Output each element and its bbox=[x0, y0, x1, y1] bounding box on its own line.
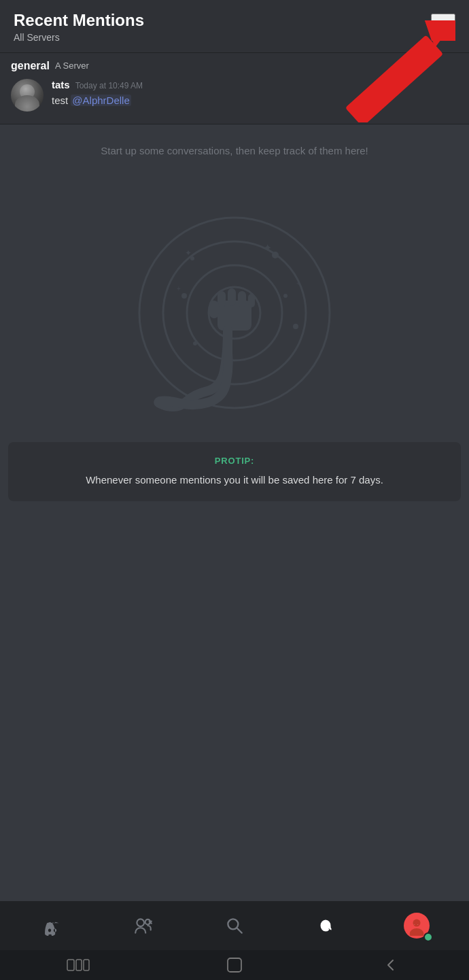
protip-text: Whenever someone mentions you it will be… bbox=[24, 473, 445, 488]
svg-text:+: + bbox=[296, 280, 300, 287]
header: Recent Mentions All Servers bbox=[0, 0, 469, 53]
svg-point-10 bbox=[272, 252, 279, 258]
message-author: tats bbox=[52, 79, 70, 90]
svg-rect-30 bbox=[67, 960, 74, 970]
svg-rect-6 bbox=[228, 288, 236, 306]
channel-section: general A Server tats Today at 10:49 AM … bbox=[0, 53, 469, 124]
nav-icons-row bbox=[0, 901, 469, 950]
svg-point-28 bbox=[413, 919, 420, 927]
filter-button[interactable] bbox=[431, 14, 455, 38]
empty-body-area bbox=[0, 501, 469, 705]
nav-item-home[interactable] bbox=[33, 907, 71, 945]
system-back-button[interactable] bbox=[370, 953, 411, 977]
svg-rect-7 bbox=[238, 291, 246, 307]
svg-rect-32 bbox=[84, 960, 89, 970]
message-content: tats Today at 10:49 AM test @AlphrDelle bbox=[52, 79, 143, 107]
nav-item-mentions[interactable] bbox=[307, 907, 345, 945]
message-text: test @AlphrDelle bbox=[52, 93, 143, 107]
header-title-block: Recent Mentions All Servers bbox=[14, 11, 144, 43]
svg-point-14 bbox=[293, 324, 298, 329]
svg-rect-33 bbox=[228, 958, 241, 972]
svg-point-20 bbox=[137, 919, 144, 926]
message-row: tats Today at 10:49 AM test @AlphrDelle bbox=[11, 79, 458, 120]
protip-box: PROTIP: Whenever someone mentions you it… bbox=[8, 442, 461, 502]
svg-rect-9 bbox=[209, 301, 219, 318]
message-mention[interactable]: @AlphrDelle bbox=[71, 95, 131, 106]
svg-point-12 bbox=[283, 294, 288, 298]
svg-point-15 bbox=[193, 341, 197, 345]
empty-state: Start up some conversations, then keep t… bbox=[0, 124, 469, 184]
avatar bbox=[11, 79, 44, 112]
bottom-nav bbox=[0, 901, 469, 980]
illustration-area: ✦ ✦ + + bbox=[0, 184, 469, 442]
nav-item-profile[interactable] bbox=[398, 907, 436, 945]
nav-item-search[interactable] bbox=[215, 907, 254, 945]
svg-text:+: + bbox=[177, 285, 181, 292]
server-name: A Server bbox=[55, 61, 89, 71]
svg-rect-8 bbox=[248, 294, 255, 307]
mentions-illustration: ✦ ✦ + + bbox=[119, 190, 350, 422]
message-meta: tats Today at 10:49 AM bbox=[52, 79, 143, 90]
svg-point-13 bbox=[181, 293, 187, 299]
svg-text:✦: ✦ bbox=[263, 242, 272, 254]
message-time: Today at 10:49 AM bbox=[75, 81, 143, 90]
channel-header: general A Server bbox=[11, 60, 458, 72]
header-subtitle: All Servers bbox=[14, 32, 144, 43]
page-title: Recent Mentions bbox=[14, 11, 144, 31]
system-home-button[interactable] bbox=[214, 953, 255, 977]
nav-item-friends[interactable] bbox=[124, 907, 162, 945]
svg-text:✦: ✦ bbox=[185, 248, 192, 258]
online-status-dot bbox=[423, 932, 433, 942]
protip-label: PROTIP: bbox=[24, 456, 445, 466]
svg-line-25 bbox=[237, 928, 242, 933]
system-nav-row bbox=[0, 950, 469, 980]
svg-rect-31 bbox=[76, 960, 82, 970]
message-text-before: test bbox=[52, 95, 71, 106]
empty-state-text: Start up some conversations, then keep t… bbox=[14, 145, 455, 156]
channel-name: general bbox=[11, 60, 50, 72]
system-recents-button[interactable] bbox=[58, 953, 99, 977]
